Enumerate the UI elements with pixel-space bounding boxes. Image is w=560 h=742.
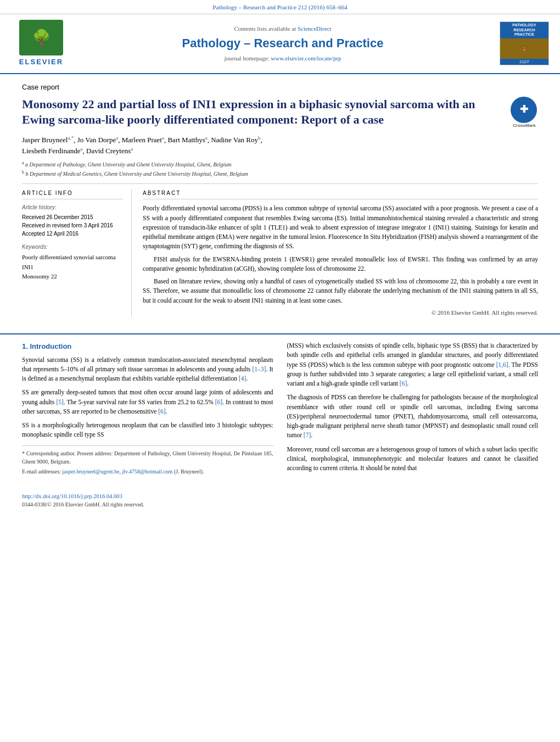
- keywords-list: Poorly differentiated synovial sarcoma I…: [22, 253, 123, 282]
- contents-label: Contents lists available at: [234, 25, 297, 32]
- elsevier-logo: 🌳 ELSEVIER: [11, 20, 71, 67]
- prp-logo-image: 🏺: [500, 38, 548, 59]
- abstract-para-3-indent: [143, 278, 154, 284]
- elsevier-tree-icon: 🌳: [19, 20, 63, 55]
- affiliation-b-text: b Department of Medical Genetics, Ghent …: [26, 171, 248, 177]
- sciencedirect-link[interactable]: ScienceDirect: [298, 25, 332, 32]
- affiliation-a: a a Department of Pathology, Ghent Unive…: [22, 160, 538, 169]
- ref-link-6b[interactable]: [6]: [158, 408, 165, 415]
- author-david: David Creytens: [86, 147, 131, 155]
- affiliation-a-text: a Department of Pathology, Ghent Univers…: [25, 161, 232, 168]
- revised-date: Received in revised form 3 April 2016: [22, 221, 123, 230]
- keywords-label: Keywords:: [22, 243, 123, 251]
- keyword-1: Poorly differentiated synovial sarcoma: [22, 253, 123, 263]
- ref-link-1-3[interactable]: [1–3]: [252, 366, 266, 372]
- body-right-para-3: Moreover, round cell sarcomas are a hete…: [287, 445, 539, 473]
- abstract-para-1: Poorly differentiated synovial sarcoma (…: [143, 204, 538, 251]
- article-two-col: ARTICLE INFO Article history: Received 2…: [22, 189, 538, 317]
- journal-citation-text: Pathology – Research and Practice 212 (2…: [212, 4, 347, 10]
- keywords-section: Keywords: Poorly differentiated synovial…: [22, 243, 123, 282]
- ref-link-6c[interactable]: [6]: [400, 380, 407, 387]
- article-history-label: Article history:: [22, 204, 123, 211]
- abstract-para-3: Based on literature review, showing only…: [143, 277, 538, 305]
- journal-logo-right: PATHOLOGYRESEARCHPRACTICE 🏺 212/7: [494, 21, 549, 65]
- authors-line: Jasper Bruyneela,*, Jo Van Dorpea, Marle…: [22, 135, 538, 157]
- ref-link-1-6[interactable]: [1,6]: [496, 361, 508, 368]
- affiliation-b: b b Department of Medical Genetics, Ghen…: [22, 169, 538, 178]
- body-right-para-1: (MSS) which exclusively consists of spin…: [287, 341, 539, 388]
- ref-link-4[interactable]: [4]: [239, 375, 246, 382]
- abstract-column: ABSTRACT Poorly differentiated synovial …: [143, 189, 538, 317]
- journal-header: 🌳 ELSEVIER Contents lists available at S…: [0, 14, 560, 74]
- article-info-header: ARTICLE INFO: [22, 189, 123, 199]
- footnote-email-suffix: (J. Bruyneel).: [174, 468, 204, 475]
- homepage-link[interactable]: www.elsevier.com/locate/prp: [271, 55, 341, 62]
- body-left-para-3: SS is a morphologically heterogenous neo…: [22, 421, 273, 440]
- contents-available: Contents lists available at ScienceDirec…: [82, 25, 483, 33]
- affiliations: a a Department of Pathology, Ghent Unive…: [22, 160, 538, 178]
- abstract-para-2-text: FISH analysis for the EWSRNA-binding pro…: [143, 256, 538, 272]
- doi-section: http://dx.doi.org/10.1016/j.prp.2016.04.…: [0, 488, 560, 509]
- journal-citation-bar: Pathology – Research and Practice 212 (2…: [0, 0, 560, 14]
- footnote-email1-link[interactable]: jasper.bruyneel@ugent.be: [62, 468, 119, 475]
- article-dates: Received 26 December 2015 Received in re…: [22, 213, 123, 238]
- ref-link-6[interactable]: [6]: [215, 399, 222, 405]
- homepage-label: journal homepage:: [224, 55, 271, 62]
- keyword-3: Monosomy 22: [22, 272, 123, 282]
- abstract-para-2: FISH analysis for the EWSRNA-binding pro…: [143, 255, 538, 274]
- prp-logo-box: PATHOLOGYRESEARCHPRACTICE 🏺 212/7: [500, 21, 549, 65]
- author-bart: Bart Matthys: [167, 136, 205, 144]
- abstract-text: Poorly differentiated synovial sarcoma (…: [143, 204, 538, 305]
- page-wrapper: Pathology – Research and Practice 212 (2…: [0, 0, 560, 509]
- author-marleen: Marleen Praet: [122, 136, 162, 144]
- body-left-col: 1. Introduction Synovial sarcoma (SS) is…: [22, 341, 273, 477]
- abstract-copyright: © 2016 Elsevier GmbH. All rights reserve…: [143, 309, 538, 317]
- crossmark-icon: ✚: [511, 97, 537, 123]
- abstract-para-2-indent: [143, 256, 154, 263]
- ref-link-7[interactable]: [7]: [304, 432, 311, 438]
- author-jo: Jo Van Dorpe: [77, 136, 116, 144]
- keyword-2: INI1: [22, 263, 123, 272]
- article-content: Case report Monosomy 22 and partial loss…: [0, 74, 560, 326]
- body-right-para-2: The diagnosis of PDSS can therefore be c…: [287, 393, 539, 440]
- crossmark-badge[interactable]: ✚ CrossMark: [511, 97, 538, 124]
- journal-main-title: Pathology – Research and Practice: [82, 35, 483, 52]
- author-jasper: Jasper Bruyneel: [22, 136, 68, 144]
- footer-copyright: 0344-0338/© 2016 Elsevier GmbH. All righ…: [22, 501, 144, 507]
- abstract-header: ABSTRACT: [143, 189, 538, 199]
- elsevier-name-label: ELSEVIER: [19, 57, 63, 67]
- footnote-email2-link[interactable]: jlv.4758@hotmail.com: [122, 468, 173, 475]
- author-nadine: Nadine Van Roy: [211, 136, 258, 144]
- footnote-corresponding: * Corresponding author. Present address:…: [22, 449, 273, 466]
- body-left-para-2: SS are generally deep-seated tumors that…: [22, 388, 273, 416]
- prp-logo-number: 212/7: [500, 59, 548, 65]
- journal-title-center: Contents lists available at ScienceDirec…: [71, 25, 494, 63]
- prp-logo-title: PATHOLOGYRESEARCHPRACTICE: [500, 22, 548, 38]
- article-title-text: Monosomy 22 and partial loss of INI1 exp…: [22, 97, 475, 127]
- footnote-section: * Corresponding author. Present address:…: [22, 445, 273, 476]
- body-divider: [0, 333, 560, 334]
- intro-section-title: 1. Introduction: [22, 341, 273, 352]
- body-two-col: 1. Introduction Synovial sarcoma (SS) is…: [0, 341, 560, 488]
- accepted-date: Accepted 12 April 2016: [22, 230, 123, 238]
- author-liesbeth: Liesbeth Ferdinande: [22, 147, 81, 155]
- body-left-para-1: Synovial sarcoma (SS) is a relatively co…: [22, 355, 273, 384]
- footnote-email: E-mail addresses: jasper.bruyneel@ugent.…: [22, 467, 273, 476]
- received-date: Received 26 December 2015: [22, 213, 123, 221]
- footnote-email-label: E-mail addresses:: [22, 468, 62, 475]
- case-report-label: Case report: [22, 82, 538, 92]
- section-divider-1: [22, 183, 538, 184]
- article-title: Monosomy 22 and partial loss of INI1 exp…: [22, 97, 538, 128]
- article-info-column: ARTICLE INFO Article history: Received 2…: [22, 189, 132, 317]
- journal-homepage: journal homepage: www.elsevier.com/locat…: [82, 54, 483, 63]
- abstract-para-3-text: Based on literature review, showing only…: [143, 278, 538, 304]
- body-right-col: (MSS) which exclusively consists of spin…: [287, 341, 539, 477]
- ref-link-5[interactable]: [5]: [56, 399, 63, 405]
- doi-link[interactable]: http://dx.doi.org/10.1016/j.prp.2016.04.…: [22, 493, 122, 499]
- crossmark-label: CrossMark: [511, 123, 538, 129]
